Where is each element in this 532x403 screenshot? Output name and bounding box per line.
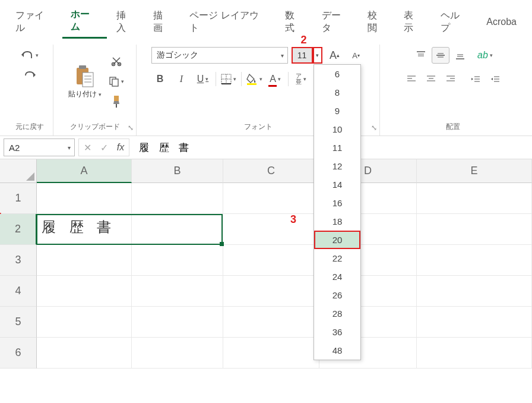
clipboard-launcher-icon[interactable]: ⤡ [128, 124, 134, 132]
bold-button[interactable]: B [151, 71, 169, 87]
menu-insert[interactable]: 挿入 [108, 6, 144, 38]
row-header-1[interactable]: 1 1 [0, 183, 37, 214]
row-header-6[interactable]: 6 [0, 338, 37, 369]
row-header-4[interactable]: 4 [0, 276, 37, 307]
font-size-input[interactable]: 11 [292, 47, 313, 64]
col-header-a[interactable]: A [37, 159, 132, 183]
col-header-e[interactable]: E [417, 159, 532, 183]
border-button[interactable] [220, 71, 238, 87]
cell-a5[interactable] [37, 307, 132, 338]
cell-e2[interactable] [417, 214, 532, 245]
increase-font-button[interactable]: A▴ [326, 47, 344, 64]
group-label-align: 配置 [446, 118, 460, 136]
size-option-24[interactable]: 24 [314, 267, 360, 286]
font-color-button[interactable]: A [267, 71, 284, 87]
fx-button[interactable]: fx [112, 139, 129, 156]
name-box[interactable]: A2 [4, 138, 75, 156]
undo-button[interactable] [21, 47, 39, 64]
cell-c3[interactable] [223, 245, 319, 276]
cell-a4[interactable] [37, 276, 132, 307]
size-option-28[interactable]: 28 [314, 304, 360, 323]
underline-button[interactable]: U [194, 71, 212, 87]
cell-a6[interactable] [37, 338, 132, 369]
format-painter-button[interactable] [107, 93, 125, 110]
menu-page-layout[interactable]: ページ レイアウト [181, 6, 276, 38]
col-header-b[interactable]: B [132, 159, 223, 183]
size-option-18[interactable]: 183 [314, 212, 360, 231]
ribbon-group-clipboard: 貼り付け クリップボード ⤡ [53, 45, 137, 136]
redo-button[interactable] [21, 66, 39, 83]
fill-color-button[interactable] [245, 71, 263, 87]
cell-b3[interactable] [132, 245, 223, 276]
cell-b5[interactable] [132, 307, 223, 338]
size-option-10[interactable]: 10 [314, 120, 360, 138]
cell-c1[interactable] [223, 183, 319, 214]
align-right-button[interactable] [442, 71, 460, 87]
cell-c6[interactable] [223, 338, 319, 369]
size-option-14[interactable]: 14 [314, 175, 360, 194]
size-option-26[interactable]: 26 [314, 286, 360, 304]
font-launcher-icon[interactable]: ⤡ [371, 124, 377, 132]
select-all-corner[interactable] [0, 159, 37, 183]
size-option-6[interactable]: 6 [314, 65, 360, 83]
size-option-16[interactable]: 16 [314, 194, 360, 212]
phonetic-button[interactable]: ア 亜 [292, 71, 310, 87]
cell-b2[interactable] [132, 214, 223, 245]
menu-file[interactable]: ファイル [7, 6, 61, 38]
cell-e5[interactable] [417, 307, 532, 338]
paste-button[interactable]: 貼り付け [65, 62, 105, 102]
accept-formula-button[interactable]: ✓ [96, 139, 112, 156]
menu-draw[interactable]: 描画 [145, 6, 180, 38]
font-size-dropdown-button[interactable]: ▾ [313, 47, 322, 64]
menu-formulas[interactable]: 数式 [277, 6, 312, 38]
cell-e4[interactable] [417, 276, 532, 307]
font-name-select[interactable]: 游ゴシック [151, 47, 288, 64]
align-top-button[interactable] [412, 47, 430, 64]
align-left-button[interactable] [403, 71, 420, 87]
copy-button[interactable] [107, 73, 125, 90]
cell-b4[interactable] [132, 276, 223, 307]
menu-home[interactable]: ホーム [62, 5, 107, 39]
cell-b1[interactable] [132, 183, 223, 214]
cancel-formula-button[interactable]: ✕ [79, 139, 96, 156]
cell-e1[interactable] [417, 183, 532, 214]
cut-button[interactable] [107, 53, 125, 70]
size-option-9[interactable]: 9 [314, 102, 360, 120]
row-header-3[interactable]: 3 [0, 245, 37, 276]
size-option-12[interactable]: 12 [314, 157, 360, 175]
menu-data[interactable]: データ [314, 6, 358, 38]
increase-indent-button[interactable] [486, 71, 504, 87]
cell-a3[interactable] [37, 245, 132, 276]
menu-acrobat[interactable]: Acroba [478, 13, 525, 31]
cell-e3[interactable] [417, 245, 532, 276]
size-option-8[interactable]: 8 [314, 83, 360, 102]
scissors-icon [111, 56, 122, 67]
align-bottom-button[interactable] [451, 47, 469, 64]
size-option-48[interactable]: 48 [314, 341, 360, 360]
spreadsheet-grid: 1 1 2 3 4 5 6 A B C D E 履 歴 書 [0, 159, 532, 369]
align-middle-button[interactable] [432, 47, 449, 64]
cell-c2[interactable] [223, 214, 319, 245]
decrease-indent-button[interactable] [467, 71, 484, 87]
decrease-font-button[interactable]: A▾ [347, 47, 365, 64]
menu-help[interactable]: ヘルプ [432, 6, 477, 38]
cell-c5[interactable] [223, 307, 319, 338]
italic-button[interactable]: I [173, 71, 191, 87]
cell-a1[interactable] [37, 183, 132, 214]
size-option-22[interactable]: 22 [314, 249, 360, 267]
menu-review[interactable]: 校閲 [359, 6, 395, 38]
border-icon [221, 74, 232, 84]
align-center-button[interactable] [422, 71, 440, 87]
row-header-2[interactable]: 2 [0, 214, 37, 245]
cell-c4[interactable] [223, 276, 319, 307]
size-option-36[interactable]: 36 [314, 323, 360, 341]
menu-view[interactable]: 表示 [395, 6, 431, 38]
cell-e6[interactable] [417, 338, 532, 369]
size-option-11[interactable]: 11 [314, 138, 360, 157]
cell-b6[interactable] [132, 338, 223, 369]
row-header-5[interactable]: 5 [0, 307, 37, 338]
orientation-button[interactable]: ab [476, 47, 494, 64]
ribbon-group-align: ab 配置 [380, 45, 526, 136]
size-option-20[interactable]: 20 [314, 231, 360, 249]
col-header-c[interactable]: C [223, 159, 319, 183]
